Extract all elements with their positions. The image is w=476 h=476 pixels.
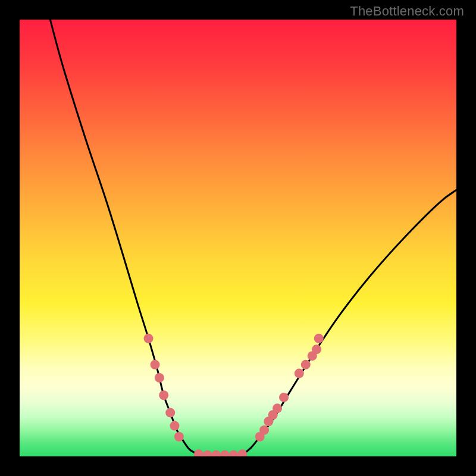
curve-marker xyxy=(237,449,247,456)
curve-markers xyxy=(144,334,324,456)
curve-marker xyxy=(295,369,304,378)
curve-marker xyxy=(312,345,321,354)
curve-marker xyxy=(170,421,180,431)
chart-frame: TheBottleneck.com xyxy=(0,0,476,476)
curve-marker xyxy=(151,360,160,369)
curve-marker xyxy=(155,373,164,383)
curve-marker xyxy=(165,408,175,418)
curve-marker xyxy=(314,334,324,343)
chart-plot-area xyxy=(20,20,456,456)
curve-marker xyxy=(144,334,154,343)
curve-marker xyxy=(220,450,230,456)
curve-marker xyxy=(174,432,184,441)
curve-marker xyxy=(301,360,311,369)
curve-marker xyxy=(279,393,289,402)
curve-marker xyxy=(194,449,203,456)
curve-marker xyxy=(211,450,221,456)
curve-marker xyxy=(273,403,282,413)
watermark-text: TheBottleneck.com xyxy=(350,4,464,19)
bottleneck-curve-line xyxy=(50,20,456,456)
curve-marker xyxy=(229,450,239,456)
curve-marker xyxy=(159,390,168,400)
chart-svg xyxy=(20,20,456,456)
curve-marker xyxy=(203,450,212,456)
curve-marker xyxy=(259,425,269,435)
